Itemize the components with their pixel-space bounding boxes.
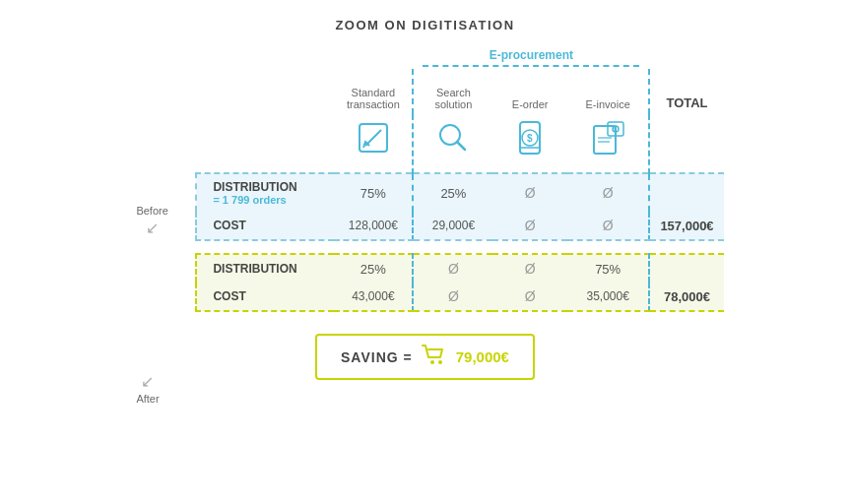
before-cost-std: 128,000€	[334, 212, 413, 240]
eorder-icon: $	[510, 118, 550, 158]
after-cost-eorder: Ø	[492, 283, 567, 311]
svg-text:$: $	[527, 133, 533, 144]
before-dist-total	[649, 173, 723, 212]
col-header-search: Searchsolution	[434, 87, 472, 110]
svg-point-15	[438, 360, 442, 364]
after-distribution-label: DISTRIBUTION	[196, 254, 334, 283]
col-header-einvoice: E-invoice	[586, 98, 630, 110]
after-cost-std: 43,000€	[334, 283, 413, 311]
before-distribution-label: DISTRIBUTION	[213, 180, 324, 194]
before-distribution-sublabel: = 1 799 orders	[213, 194, 324, 206]
before-cost-einvoice: Ø	[567, 212, 649, 240]
main-container: ZOOM ON DIGITISATION E-procurement Sta	[0, 0, 850, 504]
before-dist-std: 75%	[334, 173, 413, 212]
einvoice-icon: $	[588, 118, 627, 158]
before-cost-search: 29,000€	[413, 212, 492, 240]
cart-icon	[421, 344, 448, 370]
col-header-standard: Standardtransaction	[347, 87, 400, 110]
col-header-total: TOTAL	[666, 95, 707, 110]
after-dist-total	[649, 254, 723, 283]
eprocurement-label: E-procurement	[423, 48, 639, 67]
before-cost-total: 157,000€	[649, 212, 723, 240]
standard-transaction-icon	[354, 118, 393, 158]
after-cost-search: Ø	[413, 283, 492, 311]
before-cost-label: COST	[196, 212, 334, 240]
saving-value: 79,000€	[456, 348, 509, 365]
svg-text:$: $	[613, 125, 617, 132]
after-dist-einvoice: 75%	[567, 254, 649, 283]
after-cost-einvoice: 35,000€	[567, 283, 649, 311]
before-cost-eorder: Ø	[492, 212, 567, 240]
before-dist-eorder: Ø	[492, 173, 567, 212]
before-dist-search: 25%	[413, 173, 492, 212]
svg-point-14	[430, 360, 434, 364]
search-solution-icon	[433, 118, 473, 158]
after-cost-total: 78,000€	[649, 283, 723, 311]
saving-box: SAVING = 79,000€	[315, 334, 535, 380]
after-dist-search: Ø	[413, 254, 492, 283]
before-label: Before ↙	[136, 205, 167, 237]
before-dist-einvoice: Ø	[567, 173, 649, 212]
page-title: ZOOM ON DIGITISATION	[335, 18, 514, 32]
col-header-eorder: E-order	[512, 98, 549, 110]
after-dist-eorder: Ø	[492, 254, 567, 283]
after-dist-std: 25%	[334, 254, 413, 283]
main-table: E-procurement Standardtransaction Search…	[195, 42, 723, 312]
svg-line-3	[457, 142, 465, 150]
after-cost-label: COST	[196, 283, 334, 311]
after-label: ↙ After	[136, 372, 159, 405]
saving-label: SAVING =	[341, 349, 413, 365]
